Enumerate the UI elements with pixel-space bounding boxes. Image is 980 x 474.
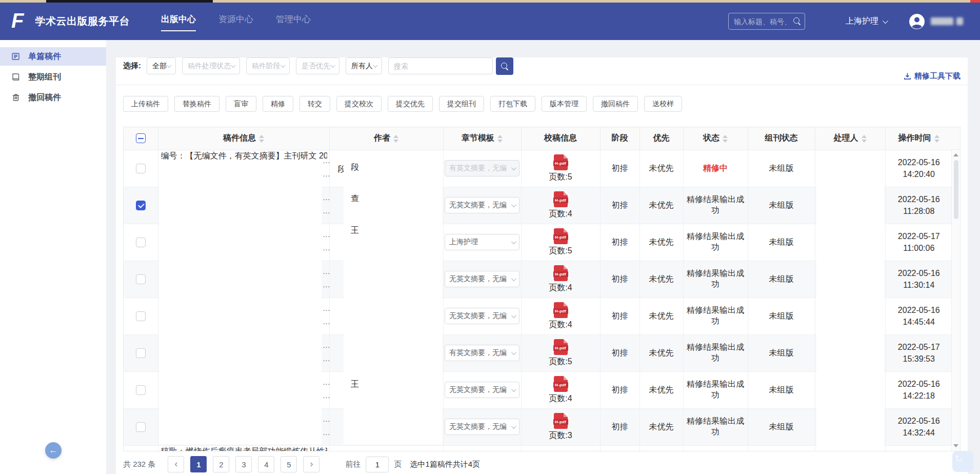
column-header[interactable]: 校稿信息 [521,127,600,150]
action-button[interactable]: 提交组刊 [439,96,484,112]
nav-item[interactable]: 资源中心 [218,10,253,32]
sidebar-item-full-issues[interactable]: 整期组刊 [0,68,106,86]
user-avatar[interactable] [909,13,925,30]
sort-icons[interactable] [723,135,728,143]
op-date: 2022-05-16 [886,156,953,168]
chat-widget-button[interactable] [952,451,973,472]
pdf-icon[interactable]: H-pdf [554,228,568,244]
column-header[interactable]: 状态 [683,127,748,150]
chapter-template-select[interactable]: 无英文摘要，无编 [445,308,519,324]
column-header[interactable]: 优先 [639,127,683,150]
sort-icons[interactable] [393,135,398,143]
goto-page-input[interactable] [366,457,389,472]
row-checkbox[interactable] [136,422,146,432]
sort-icons[interactable] [259,135,264,143]
row-checkbox[interactable] [136,311,146,321]
author-cell: 段天天 陈晓群 赵琴琴 周士 [329,150,443,187]
row-checkbox[interactable] [136,164,146,173]
action-button[interactable]: 提交优先 [388,96,433,112]
page-count: 页数:4 [549,283,572,293]
pdf-icon[interactable]: H-pdf [554,339,568,355]
action-button[interactable]: 打包下载 [490,96,535,112]
sidebar-item-withdrawn[interactable]: 撤回稿件 [0,88,106,107]
column-header-label: 状态 [703,133,719,142]
page-number-button[interactable]: 2 [213,456,229,472]
back-arrow-button[interactable]: ← [45,442,62,459]
prev-page-button[interactable]: ‹ [168,456,184,472]
column-header-label: 处理人 [834,133,858,142]
pdf-icon[interactable]: H-pdf [554,302,568,318]
row-checkbox[interactable] [136,274,146,284]
page-number-button[interactable]: 1 [190,456,207,472]
sort-icons[interactable] [862,135,867,143]
priority-cell: 未优先 [639,261,683,298]
sort-icons[interactable] [934,135,939,143]
action-button[interactable]: 版本管理 [542,96,587,112]
author-cell [329,445,443,451]
column-header[interactable]: 作者 [329,127,443,150]
action-button[interactable]: 提交校次 [336,96,382,112]
scroll-down-icon[interactable] [953,443,958,448]
pdf-icon[interactable]: H-pdf [554,376,568,392]
search-icon[interactable] [793,17,801,25]
select-all-checkbox[interactable] [136,133,146,143]
row-checkbox[interactable] [136,348,146,358]
page-number-button[interactable]: 3 [235,456,252,472]
row-checkbox-cell [124,298,158,334]
column-header-label: 优先 [653,133,670,142]
op-date: 2022-05-16 [886,267,953,279]
refine-tool-download-link[interactable]: 精修工具下载 [904,71,961,81]
chapter-template-select[interactable]: 上海护理 [445,234,519,250]
action-button[interactable]: 转交 [299,96,330,112]
action-button[interactable]: 盲审 [226,96,256,112]
chapter-template-select[interactable]: 无英文摘要，无编 [445,271,519,287]
sidebar-item-single-manuscripts[interactable]: 单篇稿件 [0,47,106,66]
column-header[interactable]: 处理人 [815,127,885,150]
scroll-up-icon[interactable] [953,152,958,157]
header-checkbox-cell [124,127,158,150]
filter-select[interactable]: 所有人 [346,57,382,74]
pdf-icon[interactable]: H-pdf [554,413,568,429]
table-scrollbar[interactable] [951,150,960,451]
time-cell: 2022-05-1614:45:44 [885,298,952,334]
sort-icons[interactable] [497,135,503,143]
action-button[interactable]: 上传稿件 [123,96,168,112]
manuscript-info-cell [158,408,329,445]
column-header[interactable]: 章节模板 [443,127,521,150]
column-header[interactable]: 稿件信息 [158,127,329,150]
pdf-icon[interactable]: H-pdf [554,154,568,170]
action-button[interactable]: 撤回稿件 [593,96,638,112]
row-checkbox[interactable] [136,201,146,210]
chapter-template-select[interactable]: 无英文摘要，无编 [445,197,519,213]
column-header[interactable]: 操作时间 [885,127,952,150]
next-page-button[interactable]: › [303,456,319,472]
action-button[interactable]: 送校样 [644,96,682,112]
op-time: 15:39:53 [886,353,953,365]
author-names [330,315,443,317]
filter-select[interactable]: 稿件处理状态 [182,57,240,74]
filter-search-input[interactable] [388,57,493,74]
nav-item[interactable]: 出版中心 [161,10,196,32]
action-button[interactable]: 精修 [263,96,293,112]
pdf-icon[interactable]: H-pdf [554,265,568,281]
org-switcher[interactable]: 上海护理 [846,16,887,27]
column-header[interactable]: 阶段 [600,127,639,150]
chapter-template-select[interactable]: 有英文摘要，无编 [445,160,519,176]
nav-item[interactable]: 管理中心 [276,10,311,32]
row-checkbox[interactable] [136,385,146,395]
filter-select[interactable]: 稿件阶段 [246,57,290,74]
page-number-button[interactable]: 4 [258,456,274,472]
search-button[interactable] [496,57,513,75]
time-cell: 2022-05-1611:28:08 [885,187,952,224]
chapter-template-select[interactable]: 有英文摘要，无编 [445,345,519,361]
chapter-template-select[interactable]: 无英文摘要，无编 [445,382,519,398]
row-checkbox[interactable] [136,238,146,247]
chapter-template-select[interactable]: 无英文摘要，无编 [445,419,519,435]
action-button[interactable]: 替换稿件 [174,96,219,112]
pdf-icon[interactable]: H-pdf [554,191,568,207]
column-header[interactable]: 组刊状态 [748,127,815,150]
scrollbar-thumb[interactable] [954,160,958,219]
filter-select[interactable]: 全部 [147,57,176,74]
page-number-button[interactable]: 5 [281,456,297,472]
filter-select[interactable]: 是否优先 [296,57,339,74]
